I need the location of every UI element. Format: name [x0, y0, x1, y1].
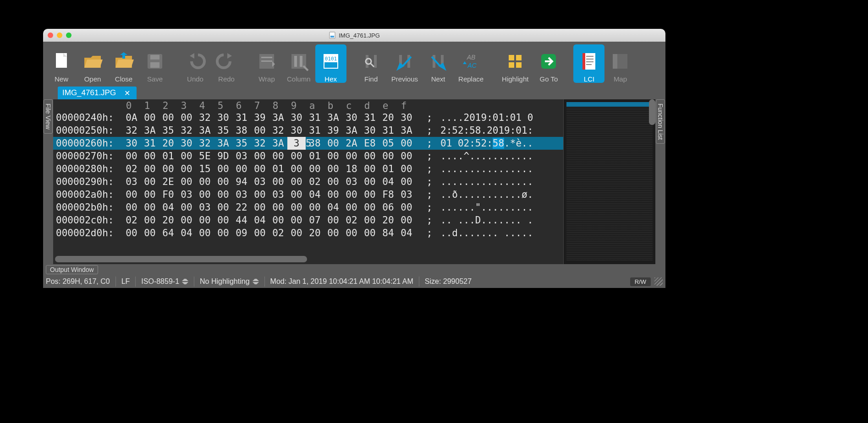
- save-icon: [144, 50, 166, 72]
- new-button[interactable]: New: [46, 44, 77, 83]
- function-list-tab[interactable]: Function List: [656, 99, 665, 144]
- row-address: 000002c0h:: [53, 214, 122, 227]
- status-line-ending[interactable]: LF: [115, 277, 136, 287]
- row-bytes[interactable]: 323A35323A353800323031393A30313A: [122, 124, 420, 137]
- row-ascii[interactable]: ..d....... .....: [439, 227, 563, 239]
- row-ascii[interactable]: ................: [439, 175, 563, 188]
- map-button[interactable]: Map: [604, 44, 636, 83]
- close-button[interactable]: Close: [108, 44, 139, 83]
- svg-rect-18: [509, 55, 514, 60]
- window-title: IMG_4761.JPG: [43, 32, 665, 39]
- hex-button[interactable]: 0101Hex: [315, 44, 346, 83]
- row-separator: ;: [420, 227, 439, 239]
- row-separator: ;: [420, 137, 439, 150]
- column-button[interactable]: Column: [282, 44, 315, 83]
- hex-row[interactable]: 00000280h:020000001500000001000000180001…: [53, 163, 563, 175]
- toolbar-label: Close: [115, 75, 132, 83]
- toolbar-label: Highlight: [502, 75, 528, 83]
- row-ascii[interactable]: ..ð...........ø.: [439, 188, 563, 201]
- svg-rect-20: [509, 62, 514, 68]
- row-ascii[interactable]: ....^...........: [439, 150, 563, 163]
- titlebar[interactable]: IMG_4761.JPG: [43, 29, 665, 42]
- row-bytes[interactable]: 03002E00000094030000020003000400: [122, 175, 420, 188]
- row-address: 00000240h:: [53, 111, 122, 124]
- row-ascii[interactable]: ....2019:01:01 0: [439, 111, 563, 124]
- tab-label: IMG_4761.JPG: [62, 88, 116, 98]
- find-button[interactable]: Find: [356, 44, 387, 83]
- status-bar: Pos: 269H, 617, C0 LF ISO-8859-1 No High…: [43, 275, 665, 288]
- hex-editor[interactable]: 0123456789abcdef 00000240h:0A00000032303…: [53, 99, 563, 264]
- status-modified: Mod: Jan 1, 2019 10:04:21 AM 10:04:21 AM: [264, 277, 419, 287]
- goto-button[interactable]: Go To: [533, 44, 564, 83]
- minimap-highlight: [566, 102, 653, 107]
- replace-button[interactable]: ABACReplace: [454, 44, 488, 83]
- row-bytes[interactable]: 02002000000044040000070002002000: [122, 214, 420, 227]
- row-bytes[interactable]: 0A000000323031393A30313A30312030: [122, 111, 420, 124]
- row-address: 000002b0h:: [53, 201, 122, 214]
- row-ascii[interactable]: ................: [439, 163, 563, 175]
- file-icon: [329, 32, 336, 39]
- status-encoding[interactable]: ISO-8859-1: [135, 277, 194, 287]
- output-window-label[interactable]: Output Window: [46, 265, 98, 274]
- dropdown-icon[interactable]: [253, 278, 259, 285]
- open-button[interactable]: Open: [77, 44, 108, 83]
- row-bytes[interactable]: 30312030323A35323A3538002AE80500: [122, 137, 420, 150]
- close-icon: [113, 50, 135, 72]
- row-bytes[interactable]: 02000000150000000100000018000100: [122, 163, 420, 175]
- tab-file[interactable]: IMG_4761.JPG ✕: [58, 87, 137, 99]
- status-highlighting[interactable]: No Highlighting: [194, 277, 264, 287]
- hex-row[interactable]: 00000240h:0A000000323031393A30313A303120…: [53, 111, 563, 124]
- side-panel-right[interactable]: Function List: [655, 99, 665, 264]
- hex-row[interactable]: 000002c0h:020020000000440400000700020020…: [53, 214, 563, 227]
- row-bytes[interactable]: 00000400030022000000000400000600: [122, 201, 420, 214]
- svg-rect-11: [300, 56, 302, 67]
- row-ascii[interactable]: .. ...D....... .: [439, 214, 563, 227]
- row-ascii[interactable]: ......".........: [439, 201, 563, 214]
- row-bytes[interactable]: 0000F00300000300030004000000F803: [122, 188, 420, 201]
- minimap-content: [566, 102, 653, 261]
- hex-rows[interactable]: 00000240h:0A000000323031393A30313A303120…: [53, 111, 563, 239]
- close-tab-icon[interactable]: ✕: [124, 89, 130, 98]
- side-panel-left[interactable]: File View: [43, 99, 53, 264]
- row-bytes[interactable]: 00006404000009000200200000008404: [122, 227, 420, 239]
- save-button[interactable]: Save: [139, 44, 170, 83]
- previous-button[interactable]: Previous: [387, 44, 423, 83]
- output-window-bar[interactable]: Output Window: [43, 264, 665, 275]
- find-icon: [360, 50, 382, 72]
- hex-row[interactable]: 00000290h:03002E000000940300000200030004…: [53, 175, 563, 188]
- toolbar-label: Redo: [218, 75, 235, 83]
- hex-row[interactable]: 00000270h:000001005E9D030000000100000000…: [53, 150, 563, 163]
- svg-text:AC: AC: [467, 62, 477, 69]
- next-button[interactable]: Next: [423, 44, 454, 83]
- svg-rect-7: [261, 57, 272, 58]
- row-separator: ;: [420, 150, 439, 163]
- hex-row[interactable]: 000002a0h:0000F00300000300030004000000F8…: [53, 188, 563, 201]
- replace-icon: ABAC: [460, 50, 482, 72]
- svg-rect-5: [150, 62, 159, 68]
- hex-row[interactable]: 00000250h:323A35323A353800323031393A3031…: [53, 124, 563, 137]
- row-address: 00000270h:: [53, 150, 122, 163]
- wrap-button[interactable]: Wrap: [251, 44, 282, 83]
- row-address: 00000260h:: [53, 137, 122, 150]
- dropdown-icon[interactable]: [182, 278, 188, 285]
- highlight-button[interactable]: Highlight: [497, 44, 533, 83]
- svg-rect-4: [150, 55, 159, 60]
- horizontal-scrollbar[interactable]: [55, 256, 307, 262]
- hex-row[interactable]: 00000260h:30312030323A35323A3538002AE805…: [53, 137, 563, 150]
- row-ascii[interactable]: 01 02:52:58.*è..: [439, 137, 563, 150]
- minimap[interactable]: [563, 99, 655, 264]
- resize-handle-icon[interactable]: [654, 277, 663, 286]
- undo-button[interactable]: Undo: [180, 44, 211, 83]
- hex-row[interactable]: 000002d0h:000064040000090002002000000084…: [53, 227, 563, 239]
- status-readwrite[interactable]: R/W: [630, 277, 651, 286]
- svg-rect-1: [330, 36, 334, 38]
- hex-row[interactable]: 000002b0h:000004000300220000000004000006…: [53, 201, 563, 214]
- lci-button[interactable]: LCI: [573, 44, 604, 83]
- minimap-scrollbar[interactable]: [649, 99, 655, 125]
- row-bytes[interactable]: 000001005E9D03000000010000000000: [122, 150, 420, 163]
- redo-button[interactable]: Redo: [211, 44, 242, 83]
- file-view-tab[interactable]: File View: [44, 99, 53, 134]
- svg-text:AB: AB: [466, 54, 475, 61]
- highlight-icon: [504, 50, 526, 72]
- row-ascii[interactable]: 2:52:58.2019:01:: [439, 124, 563, 137]
